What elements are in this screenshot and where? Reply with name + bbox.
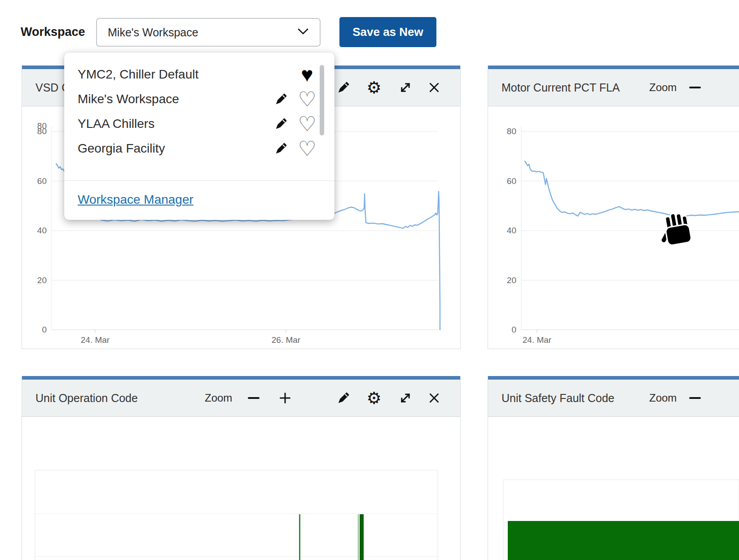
panel-motor-title: Motor Current PCT FLA xyxy=(501,81,620,94)
favorite-heart-outline-icon[interactable]: ♡ xyxy=(296,138,318,159)
panel-unit-safety-fault-code: Unit Safety Fault Code Zoom xyxy=(488,376,739,560)
workspace-select[interactable]: Mike's Workspace xyxy=(96,18,321,47)
chevron-down-icon xyxy=(297,28,309,37)
panel-unit-op-title: Unit Operation Code xyxy=(35,392,138,405)
zoom-out-icon[interactable] xyxy=(688,80,702,95)
panel-accent-bar xyxy=(488,376,739,380)
close-icon[interactable] xyxy=(427,80,441,95)
close-icon[interactable] xyxy=(427,391,441,405)
zoom-label: Zoom xyxy=(649,392,677,404)
zoom-label: Zoom xyxy=(205,392,232,404)
workspace-dropdown-menu: YMC2, Chiller Default ♥ Mike's Workspace… xyxy=(64,52,334,220)
panel-motor-header: Motor Current PCT FLA Zoom xyxy=(488,69,739,106)
workspace-menu-item[interactable]: YMC2, Chiller Default ♥ xyxy=(64,62,334,87)
workspace-menu-item[interactable]: YLAA Chillers ♡ xyxy=(64,111,334,136)
panel-accent-bar xyxy=(22,376,460,380)
workspace-manager-link[interactable]: Workspace Manager xyxy=(78,192,194,207)
scrollbar-thumb[interactable] xyxy=(320,65,324,136)
favorite-heart-outline-icon[interactable]: ♡ xyxy=(296,89,318,109)
workspace-item-label: YLAA Chillers xyxy=(78,117,273,131)
panel-unit-op-header: Unit Operation Code Zoom ⚙ xyxy=(22,380,460,417)
workspace-menu-item[interactable]: Georgia Facility ♡ xyxy=(64,136,334,161)
panel-motor-current: Motor Current PCT FLA Zoom xyxy=(488,66,739,349)
edit-pencil-icon[interactable] xyxy=(273,142,289,155)
gear-icon[interactable]: ⚙ xyxy=(367,80,381,95)
gear-icon[interactable]: ⚙ xyxy=(367,391,381,405)
zoom-label: Zoom xyxy=(649,81,677,94)
panel-unit-safety-title: Unit Safety Fault Code xyxy=(501,392,615,405)
expand-icon[interactable] xyxy=(398,80,413,95)
zoom-in-icon[interactable] xyxy=(278,391,292,405)
panel-unit-operation-code: Unit Operation Code Zoom ⚙ xyxy=(22,376,461,560)
workspace-label: Workspace xyxy=(21,25,85,39)
expand-icon[interactable] xyxy=(398,391,413,405)
favorite-heart-filled-icon[interactable]: ♥ xyxy=(296,64,318,85)
dashboard-page: { "toolbar": { "workspace_label": "Works… xyxy=(0,0,739,560)
workspace-item-label: Georgia Facility xyxy=(78,141,273,156)
workspace-item-label: YMC2, Chiller Default xyxy=(78,67,273,82)
panel-accent-bar xyxy=(488,66,739,69)
zoom-out-icon[interactable] xyxy=(688,391,702,405)
edit-pencil-icon[interactable] xyxy=(273,117,289,131)
zoom-out-icon[interactable] xyxy=(246,391,261,405)
panel-unit-safety-header: Unit Safety Fault Code Zoom xyxy=(488,380,739,417)
edit-pencil-icon[interactable] xyxy=(273,92,289,106)
save-as-new-button[interactable]: Save as New xyxy=(339,17,436,47)
favorite-heart-outline-icon[interactable]: ♡ xyxy=(296,114,318,134)
workspace-select-value: Mike's Workspace xyxy=(108,26,297,39)
edit-icon[interactable] xyxy=(336,80,351,95)
workspace-menu-item[interactable]: Mike's Workspace ♡ xyxy=(64,87,334,111)
menu-divider xyxy=(64,180,334,181)
edit-icon[interactable] xyxy=(336,391,351,405)
workspace-item-label: Mike's Workspace xyxy=(78,92,273,106)
